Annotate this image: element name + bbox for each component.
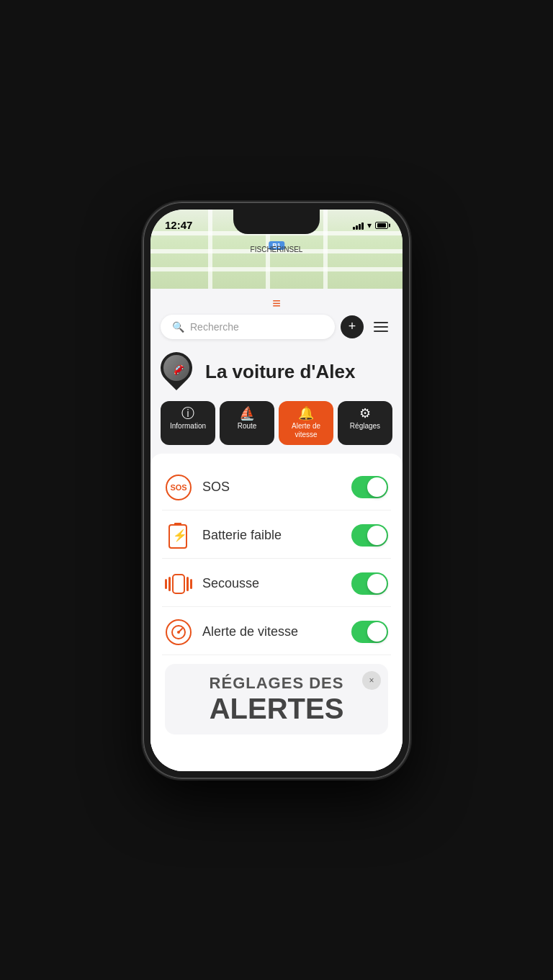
- add-button[interactable]: +: [341, 315, 364, 338]
- tab-alerte-vitesse[interactable]: 🔔 Alerte de vitesse: [279, 401, 333, 445]
- battery-alert-icon: ⚡: [165, 522, 192, 549]
- battery-toggle[interactable]: [351, 524, 388, 547]
- signal-icon: [353, 221, 364, 230]
- tab-information-label: Information: [170, 422, 206, 431]
- car-icon: 🚗: [168, 359, 184, 376]
- search-placeholder: Recherche: [190, 321, 239, 333]
- notch: [233, 210, 320, 234]
- tab-route[interactable]: ⛵ Route: [220, 401, 274, 445]
- map-area: 12:47 ▾: [150, 210, 403, 289]
- vitesse-label: Alerte de vitesse: [202, 624, 341, 639]
- info-icon: ⓘ: [181, 407, 194, 420]
- alert-row-vitesse: Alerte de vitesse: [162, 610, 391, 655]
- vitesse-toggle[interactable]: [351, 621, 388, 643]
- alert-row-battery: ⚡ Batterie faible: [162, 513, 391, 559]
- search-icon: 🔍: [172, 321, 184, 333]
- phone-frame: 12:47 ▾: [143, 202, 410, 778]
- sos-label: SOS: [202, 480, 341, 495]
- gear-icon: ⚙: [359, 407, 371, 420]
- sos-toggle[interactable]: [351, 476, 388, 498]
- secousse-toggle[interactable]: [351, 572, 388, 595]
- map-label: FISCHERINSEL: [251, 246, 303, 253]
- hamburger-icon[interactable]: ≡: [272, 296, 281, 310]
- status-time: 12:47: [165, 219, 192, 231]
- sos-icon: SOS: [165, 474, 192, 501]
- bottom-panel: × RÉGLAGES DES ALERTES: [165, 664, 388, 734]
- svg-point-2: [177, 631, 180, 634]
- vehicle-pin: 🚗: [161, 352, 195, 392]
- top-menu-bar: ≡: [150, 289, 403, 315]
- tab-navigation: ⓘ Information ⛵ Route 🔔 Alerte de vitess…: [150, 401, 403, 454]
- white-content-area: SOS SOS ⚡ Batterie faible: [150, 454, 403, 771]
- menu-lines-icon: [374, 322, 388, 332]
- vibration-icon: [165, 570, 192, 598]
- alert-row-sos: SOS SOS: [162, 465, 391, 511]
- menu-button[interactable]: [369, 315, 392, 338]
- tab-alerte-label: Alerte de vitesse: [282, 422, 331, 439]
- route-icon: ⛵: [239, 407, 255, 420]
- panel-title-large: ALERTES: [175, 693, 378, 724]
- tab-reglages[interactable]: ⚙ Réglages: [338, 401, 392, 445]
- close-panel-button[interactable]: ×: [362, 671, 381, 690]
- speed-icon: [165, 619, 192, 646]
- alert-row-secousse: Secousse: [162, 562, 391, 607]
- search-box[interactable]: 🔍 Recherche: [161, 315, 335, 339]
- secousse-label: Secousse: [202, 576, 341, 591]
- tab-route-label: Route: [238, 422, 257, 431]
- status-icons: ▾: [353, 220, 388, 230]
- bell-icon: 🔔: [298, 407, 314, 420]
- vehicle-name: La voiture d'Alex: [205, 361, 355, 383]
- panel-title-small: RÉGLAGES DES: [175, 674, 378, 693]
- tab-information[interactable]: ⓘ Information: [161, 401, 215, 445]
- battery-status-icon: [375, 222, 388, 229]
- app-content: ≡ 🔍 Recherche +: [150, 289, 403, 771]
- battery-label: Batterie faible: [202, 528, 341, 543]
- tab-reglages-label: Réglages: [350, 422, 380, 431]
- wifi-icon: ▾: [367, 220, 372, 230]
- vehicle-header: 🚗 La voiture d'Alex: [150, 346, 403, 401]
- search-row: 🔍 Recherche +: [150, 315, 403, 346]
- phone-screen: 12:47 ▾: [150, 210, 403, 771]
